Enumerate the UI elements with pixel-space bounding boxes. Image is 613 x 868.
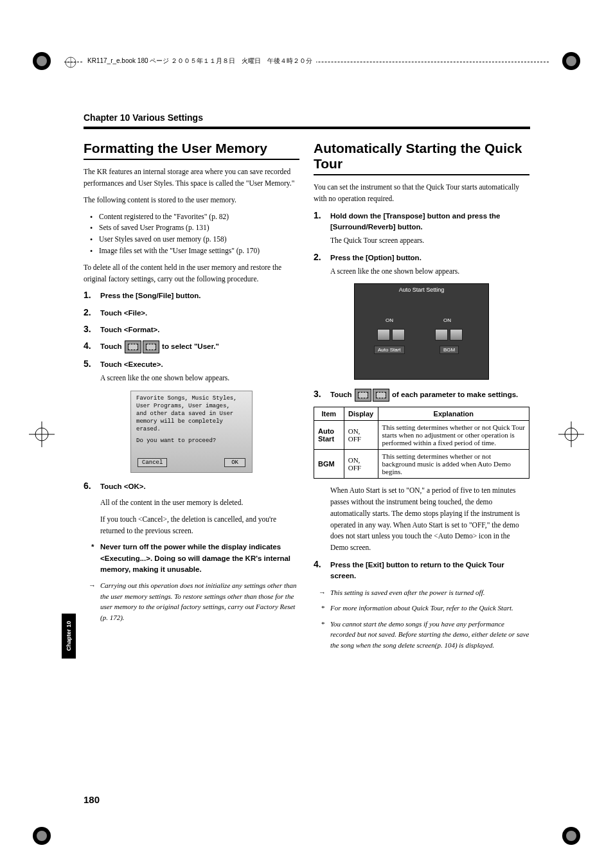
step-number: 3. (314, 389, 325, 399)
step-text: Touch of each parameter to make settings… (330, 389, 529, 402)
step-number: 3. (84, 324, 95, 334)
table-row: BGM ON, OFF This setting determines whet… (314, 450, 529, 479)
ss-line: Do you want to proceed? (136, 438, 216, 444)
step-text-post: of each parameter to make settings. (392, 391, 518, 398)
star-note: For more information about Quick Tour, r… (330, 603, 529, 614)
step-3: 3. Touch <Format>. (84, 324, 299, 335)
step-text: Press the [Option] button. A screen like… (330, 252, 529, 278)
bullet-list: Content registered to the "Favorites" (p… (84, 211, 299, 257)
table-cell: Auto Start (314, 421, 344, 450)
chapter-title: Chapter 10 Various Settings (84, 112, 530, 123)
step-text: Press the [Exit] button to return to the… (330, 560, 529, 582)
step-text-main: Hold down the [Transpose] button and pre… (330, 212, 501, 231)
body-text: All of the content in the user memory is… (100, 497, 299, 509)
step-text-after: The Quick Tour screen appears. (330, 235, 529, 246)
step-text: Press the [Song/File] button. (100, 290, 299, 301)
parameters-table: Item Display Explanation Auto Start ON, … (314, 407, 529, 479)
step-3: 3. Touch of each parameter to make setti… (314, 389, 529, 402)
section-title-formatting: Formatting the User Memory (84, 141, 299, 160)
step-text: Touch <OK>. (100, 481, 299, 492)
step-4: 4. Press the [Exit] button to return to … (314, 559, 529, 582)
ss-caption: BGM (440, 346, 459, 354)
print-header: KR117_r_e.book 180 ページ ２００５年１１月８日 火曜日 午後… (64, 62, 549, 62)
step-number: 2. (84, 307, 95, 317)
step-6: 6. Touch <OK>. (84, 481, 299, 492)
ss-line: memory will be completely (136, 418, 223, 425)
crop-mark-icon (29, 48, 55, 74)
ok-button: OK (224, 458, 245, 467)
step-text-after: A screen like the one shown below appear… (100, 373, 299, 384)
body-text: You can set the instrument so that the Q… (314, 182, 529, 205)
svg-point-6 (566, 56, 576, 66)
table-row: Auto Start ON, OFF This setting determin… (314, 421, 529, 450)
body-text: When Auto Start is set to "ON," a period… (330, 485, 529, 554)
step-text: Touch <Format>. (100, 324, 299, 335)
svg-point-10 (566, 831, 576, 841)
step-number: 2. (314, 252, 325, 262)
star-note: You cannot start the demo songs if you h… (330, 619, 529, 651)
step-text: Touch <File>. (100, 308, 299, 319)
section-title-quicktour: Automatically Starting the Quick Tour (314, 141, 529, 175)
table-header: Explanation (378, 407, 529, 421)
table-cell: ON, OFF (344, 450, 378, 479)
crop-mark-icon (29, 823, 55, 849)
step-text: Touch to select "User." (100, 341, 299, 353)
step-text-main: Press the [Option] button. (330, 254, 422, 261)
list-item: User Styles saved on user memory (p. 158… (93, 234, 299, 245)
step-1: 1. Press the [Song/File] button. (84, 290, 299, 301)
step-number: 1. (314, 210, 325, 220)
page-number: 180 (84, 794, 100, 805)
crop-mark-icon (558, 421, 584, 447)
table-cell: This setting determines whether or not b… (378, 450, 529, 479)
table-cell: ON, OFF (344, 421, 378, 450)
arrow-down-icon (435, 329, 448, 341)
table-header: Item (314, 407, 344, 421)
step-text-pre: Touch (100, 342, 124, 350)
body-text: If you touch <Cancel>, the deletion is c… (100, 514, 299, 537)
ss-line: User Programs, User images, (136, 403, 230, 409)
step-text-main: Touch <Execute>. (100, 360, 163, 368)
step-number: 1. (84, 290, 95, 300)
step-text-post: to select "User." (162, 342, 219, 350)
step-number: 5. (84, 359, 95, 369)
svg-point-4 (37, 56, 47, 66)
ss-line: and other data saved in User (136, 411, 233, 417)
arrow-up-icon (450, 329, 463, 341)
list-item: Sets of saved User Programs (p. 131) (93, 222, 299, 234)
ss-line: erased. (136, 426, 161, 432)
arrow-up-icon (355, 389, 371, 402)
step-number: 4. (314, 559, 325, 569)
chapter-rule (84, 127, 530, 129)
side-tab: Chapter 10 (62, 614, 76, 659)
arrow-down-icon (377, 329, 390, 341)
ss-line: Favorite Songs, Music Styles, (136, 395, 237, 402)
arrow-up-icon (392, 329, 405, 341)
confirm-dialog-screenshot: Favorite Songs, Music Styles, User Progr… (130, 391, 253, 473)
crop-mark-icon (29, 421, 55, 447)
body-text: The following content is stored to the u… (84, 195, 299, 206)
table-header: Display (344, 407, 378, 421)
list-item: Image files set with the "User Image set… (93, 245, 299, 257)
arrow-note: Carrying out this operation does not ini… (100, 580, 299, 623)
list-item: Content registered to the "Favorites" (p… (93, 211, 299, 223)
crop-mark-icon (558, 48, 584, 74)
header-running-text: KR117_r_e.book 180 ページ ２００５年１１月８日 火曜日 午後… (84, 57, 316, 66)
right-column: Automatically Starting the Quick Tour Yo… (314, 141, 529, 655)
arrow-down-icon (373, 389, 389, 402)
arrow-left-icon (125, 341, 141, 353)
warning-note: Never turn off the power while the displ… (100, 542, 299, 575)
step-number: 4. (84, 341, 95, 351)
table-cell: This setting determines whether or not Q… (378, 421, 529, 450)
left-column: Formatting the User Memory The KR featur… (84, 141, 299, 655)
step-4: 4. Touch to select "User." (84, 341, 299, 353)
step-2: 2. Press the [Option] button. A screen l… (314, 252, 529, 278)
step-5: 5. Touch <Execute>. A screen like the on… (84, 359, 299, 384)
step-text: Touch <Execute>. A screen like the one s… (100, 359, 299, 384)
ss-title: Auto Start Setting (355, 287, 488, 293)
step-text-pre: Touch (330, 391, 354, 398)
step-1: 1. Hold down the [Transpose] button and … (314, 210, 529, 247)
arrow-right-icon (143, 341, 159, 353)
book-icon (64, 56, 77, 69)
table-cell: BGM (314, 450, 344, 479)
body-text: To delete all of the content held in the… (84, 262, 299, 285)
